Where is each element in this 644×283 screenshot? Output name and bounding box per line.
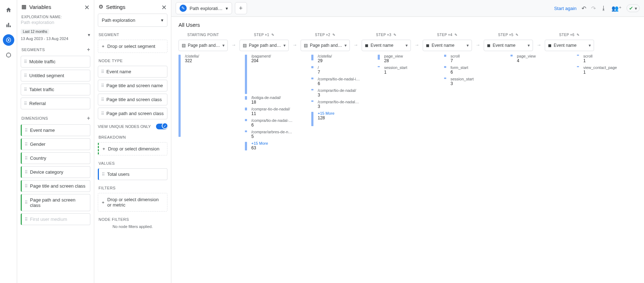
technique-select[interactable]: Path exploration ▾ [98, 14, 167, 27]
nav-reports-icon[interactable] [3, 19, 14, 31]
path-node[interactable]: /compra/tio-de-nadal-i…6 [314, 77, 363, 86]
filters-dropzone[interactable]: + Drop or select dimension or metric [98, 193, 167, 212]
dimension-chip[interactable]: ⠿Event name [21, 124, 90, 136]
node-more[interactable]: +15 More63 [248, 141, 297, 150]
caret-down-icon: ▾ [222, 43, 225, 48]
path-node[interactable]: page_view28 [381, 54, 430, 63]
dimension-chip[interactable]: ⠿Gender [21, 138, 90, 150]
undo-icon[interactable]: ↶ [582, 5, 586, 12]
drag-handle-icon: ⠿ [102, 172, 105, 177]
exploration-name-value[interactable]: Path exploration [21, 20, 90, 25]
step-label: STEP +4✎ [423, 33, 472, 37]
path-node[interactable]: form_start6 [447, 65, 496, 75]
pencil-icon[interactable]: ✎ [577, 33, 579, 37]
node-column: page_view4 [513, 54, 563, 153]
path-node[interactable]: /pagament/204 [248, 54, 297, 63]
drag-handle-icon: ⠿ [24, 101, 27, 106]
pencil-icon[interactable]: ✎ [515, 33, 518, 37]
node-bar [311, 78, 313, 79]
exploration-tab[interactable]: ✎ Path explorati… ▾ [176, 2, 232, 14]
segment-chip[interactable]: ⠿Mobile traffic [21, 56, 90, 68]
nav-home-icon[interactable] [3, 4, 14, 16]
path-node[interactable]: /compra/tio-de-nadal-…6 [248, 118, 297, 128]
node-path: session_start [384, 65, 430, 70]
node-more[interactable]: +15 More128 [314, 111, 363, 120]
step-node-select[interactable]: ▤Page path and screen class▾ [178, 40, 228, 51]
node-type-chip[interactable]: ⠿Page title and screen class [98, 94, 167, 105]
node-filters-label: NODE FILTERS [99, 217, 167, 222]
segment-chip[interactable]: ⠿Referral [21, 98, 90, 109]
breakdown-dropzone[interactable]: + Drop or select dimension [98, 142, 167, 155]
segment-chip[interactable]: ⠿Untitled segment [21, 70, 90, 81]
redo-icon[interactable]: ↷ [591, 5, 596, 12]
step-node-select[interactable]: ▤Page path and scree…▾ [240, 40, 289, 51]
nav-admin-icon[interactable] [3, 49, 14, 61]
node-path: form_start [451, 65, 496, 70]
values-item[interactable]: ⠿ Total users [98, 168, 167, 180]
caret-down-icon: ▾ [528, 43, 530, 48]
add-segment-icon[interactable]: + [87, 46, 90, 53]
node-type-chip[interactable]: ⠿Page title and screen name [98, 80, 167, 91]
path-node[interactable]: page_view4 [513, 54, 563, 63]
pencil-icon[interactable]: ✎ [271, 33, 274, 37]
node-type-icon: ▤ [304, 43, 308, 48]
node-type-chip[interactable]: ⠿Event name [98, 66, 167, 78]
step-node-select[interactable]: ◼Event name▾ [545, 40, 594, 51]
close-variables-icon[interactable]: ✕ [84, 4, 90, 11]
dimension-chip-ghost[interactable]: ⠿First user medium [21, 213, 90, 225]
step-node-select[interactable]: ◼Event name▾ [484, 40, 533, 51]
path-node[interactable]: session_start3 [447, 77, 496, 86]
download-icon[interactable]: ⭳ [601, 5, 607, 11]
start-again-button[interactable]: Start again [554, 6, 577, 11]
dimension-chip[interactable]: ⠿Country [21, 152, 90, 164]
path-node[interactable]: /cistella/322 [181, 54, 231, 63]
share-icon[interactable]: 👥⁺ [612, 5, 622, 12]
node-path: view_contact_page [583, 65, 629, 70]
segment-dropzone[interactable]: + Drop or select segment [98, 40, 167, 53]
node-column: /cistella/322 [181, 54, 231, 153]
path-node[interactable]: scroll7 [447, 54, 496, 63]
close-settings-icon[interactable]: ✕ [161, 4, 167, 11]
dimension-chip[interactable]: ⠿Page title and screen class [21, 180, 90, 192]
node-type-icon: ◼ [487, 43, 490, 48]
path-node[interactable]: /7 [314, 65, 363, 75]
caret-down-icon[interactable]: ▾ [226, 6, 228, 11]
node-bar [311, 66, 313, 68]
pencil-icon[interactable]: ✎ [454, 33, 457, 37]
unique-nodes-toggle[interactable]: ✓ [156, 124, 167, 129]
segment-chip[interactable]: ⠿Tablet traffic [21, 84, 90, 95]
path-node[interactable]: /comprar/arbres-de-n…5 [248, 130, 297, 139]
node-bar [378, 66, 380, 67]
caret-down-icon: ▾ [589, 43, 591, 48]
path-node[interactable]: scroll1 [580, 54, 629, 63]
node-bar [245, 142, 247, 150]
node-bar [444, 78, 446, 79]
pencil-icon[interactable]: ✎ [393, 33, 396, 37]
path-node[interactable]: /comprar/tio-de-nadal/3 [314, 88, 363, 98]
pencil-icon[interactable]: ✎ [332, 33, 335, 37]
step-node-select[interactable]: ▤Page path and scree…▾ [301, 40, 350, 51]
svg-rect-1 [8, 23, 9, 27]
node-type-chip[interactable]: ⠿Page path and screen class [98, 108, 167, 119]
arrow-right-icon: → [476, 42, 480, 48]
node-path: session_start [451, 77, 496, 81]
dimension-chip[interactable]: ⠿Page path and screen class [21, 194, 90, 211]
path-node[interactable]: /botiga-de-nadal/18 [248, 95, 297, 105]
step-node-select[interactable]: ◼Event name▾ [362, 40, 411, 51]
dimension-chip[interactable]: ⠿Device category [21, 166, 90, 178]
svg-rect-2 [10, 26, 11, 28]
node-bar [178, 55, 181, 137]
path-node[interactable]: session_start1 [381, 65, 430, 75]
path-node[interactable]: /comprar/tio-de-nadal…3 [314, 100, 363, 109]
nav-explore-icon[interactable] [3, 34, 14, 46]
path-node[interactable]: view_contact_page1 [580, 65, 629, 75]
drag-handle-icon: ⠿ [101, 69, 104, 74]
status-pill[interactable]: ✔ ▾ [627, 4, 640, 12]
arrow-right-icon: → [414, 42, 419, 48]
add-dimension-icon[interactable]: + [87, 115, 90, 121]
step-node-select[interactable]: ◼Event name▾ [423, 40, 472, 51]
date-range-picker[interactable]: Last 12 months 13 Aug 2023 - 13 Aug 2024… [21, 29, 90, 41]
path-node[interactable]: /comprar-tio-de-nadal/11 [248, 107, 297, 116]
add-tab-button[interactable]: + [235, 2, 247, 14]
path-node[interactable]: /cistella/29 [314, 54, 363, 63]
